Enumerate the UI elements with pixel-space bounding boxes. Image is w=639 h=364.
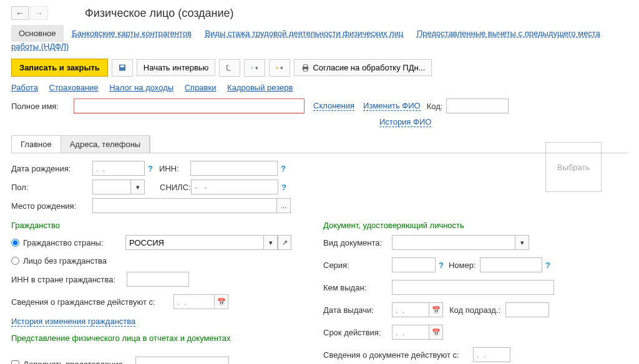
country-open[interactable]: ↗	[278, 235, 291, 250]
birthplace-label: Место рождения:	[11, 201, 92, 211]
series-help[interactable]: ?	[439, 261, 444, 270]
svg-rect-1	[120, 65, 124, 67]
svg-rect-4	[304, 65, 308, 67]
paperclip-icon	[226, 63, 233, 72]
citizenship-valid-label: Сведения о гражданстве действуют с:	[11, 297, 173, 307]
inn-country-label: ИНН в стране гражданства:	[11, 275, 127, 284]
snils-help[interactable]: ?	[281, 183, 286, 192]
citizenship-country-label: Гражданство страны:	[23, 238, 122, 247]
sex-input[interactable]	[92, 180, 131, 194]
identity-section: Документ, удостоверяющий личность	[323, 221, 604, 230]
issuedby-label: Кем выдан:	[323, 283, 392, 292]
validity-label: Срок действия:	[323, 328, 392, 337]
consent-button[interactable]: Согласие на обработку ПДн...	[294, 59, 432, 76]
doctype-dropdown[interactable]: ▾	[515, 235, 529, 250]
code-label: Код:	[427, 102, 443, 111]
citizenship-valid-calendar[interactable]: 📅	[215, 294, 228, 309]
country-dropdown[interactable]: ▾	[264, 235, 278, 250]
link-seniority[interactable]: Виды стажа трудовой деятельности физичес…	[205, 29, 403, 38]
link-references[interactable]: Справки	[185, 83, 217, 92]
toolbar: Записать и закрыть Начать интервью Согла…	[11, 59, 628, 77]
folder-dropdown[interactable]	[269, 59, 290, 77]
issuedate-calendar[interactable]: 📅	[429, 302, 443, 317]
secondary-links: Работа Страхование Налог на доходы Справ…	[11, 83, 628, 92]
dob-input[interactable]	[92, 161, 145, 176]
fullname-label: Полное имя:	[11, 102, 74, 111]
inn-label: ИНН:	[159, 164, 190, 173]
representation-section: Представление физического лица в отчетах…	[11, 333, 298, 343]
change-fio-link[interactable]: Изменить ФИО	[363, 101, 421, 111]
doctype-input[interactable]	[392, 235, 515, 250]
number-help[interactable]: ?	[545, 261, 550, 270]
issuedate-input[interactable]	[392, 302, 429, 317]
svg-rect-5	[304, 69, 308, 71]
link-income-tax[interactable]: Налог на доходы	[109, 83, 173, 92]
birthplace-input[interactable]	[92, 198, 277, 213]
fio-history-link[interactable]: История ФИО	[379, 117, 431, 127]
svg-point-2	[252, 67, 253, 68]
tab-addresses[interactable]: Адреса, телефоны	[61, 136, 150, 153]
doctype-label: Вид документа:	[323, 238, 392, 247]
birthplace-select[interactable]: ...	[277, 198, 291, 213]
issuedby-input[interactable]	[392, 280, 554, 295]
deptcode-input[interactable]	[505, 302, 549, 317]
issuedate-label: Дата выдачи:	[323, 305, 392, 315]
number-input[interactable]	[480, 257, 542, 272]
declensions-link[interactable]: Склонения	[313, 101, 354, 111]
doc-valid-label: Сведения о документе действуют с:	[323, 350, 473, 360]
inn-country-input[interactable]	[127, 272, 189, 287]
doc-valid-input[interactable]	[473, 347, 510, 362]
link-reserve[interactable]: Кадровый резерв	[227, 83, 293, 92]
attach-button[interactable]	[219, 59, 240, 77]
inn-help[interactable]: ?	[281, 164, 286, 173]
citizenship-valid-input[interactable]	[173, 294, 215, 309]
photo-select-button[interactable]: Выбрать	[545, 142, 602, 192]
no-citizenship-radio[interactable]	[11, 257, 19, 265]
tab-general[interactable]: Главное	[12, 136, 61, 153]
fullname-input[interactable]	[74, 98, 305, 113]
inner-tabs: Главное Адреса, телефоны	[11, 135, 150, 153]
sex-dropdown[interactable]: ▾	[131, 180, 145, 194]
series-input[interactable]	[392, 257, 436, 272]
validity-input[interactable]	[392, 325, 429, 340]
code-input[interactable]	[446, 98, 509, 113]
no-citizenship-label: Лицо без гражданства	[23, 256, 107, 266]
validity-calendar[interactable]: 📅	[429, 325, 443, 340]
print-icon	[301, 63, 310, 72]
snils-input[interactable]	[191, 180, 278, 194]
add-representation-label: Дополнять представление	[23, 360, 135, 365]
inn-input[interactable]	[190, 161, 278, 176]
folder-icon	[276, 63, 278, 72]
link-insurance[interactable]: Страхование	[49, 83, 99, 92]
forward-button[interactable]: →	[30, 6, 47, 20]
snils-label: СНИЛС:	[160, 183, 191, 192]
top-tabs: Основное Банковские карты контрагентов В…	[11, 25, 628, 51]
citizenship-country-radio[interactable]	[11, 239, 19, 247]
citizenship-history-link[interactable]: История изменения гражданства	[11, 317, 135, 327]
series-label: Серия:	[323, 261, 392, 270]
dob-help[interactable]: ?	[148, 164, 153, 173]
citizenship-country-input[interactable]	[125, 235, 264, 250]
person-icon	[251, 63, 253, 72]
save-icon	[119, 63, 126, 72]
add-representation-input[interactable]	[135, 357, 229, 364]
start-interview-button[interactable]: Начать интервью	[137, 59, 216, 76]
link-bank-cards[interactable]: Банковские карты контрагентов	[72, 29, 192, 38]
add-representation-checkbox[interactable]	[11, 360, 19, 365]
sex-label: Пол:	[11, 183, 92, 192]
page-title: Физическое лицо (создание)	[85, 7, 234, 20]
tab-main[interactable]: Основное	[11, 25, 64, 42]
user-dropdown[interactable]	[244, 59, 265, 77]
number-label: Номер:	[449, 261, 480, 270]
back-button[interactable]: ←	[11, 6, 29, 20]
save-button[interactable]	[112, 59, 133, 77]
dob-label: Дата рождения:	[11, 164, 92, 173]
citizenship-section: Гражданство	[11, 221, 298, 230]
deptcode-label: Код подразд.:	[449, 305, 505, 315]
save-close-button[interactable]: Записать и закрыть	[11, 59, 108, 77]
link-work[interactable]: Работа	[11, 83, 38, 92]
